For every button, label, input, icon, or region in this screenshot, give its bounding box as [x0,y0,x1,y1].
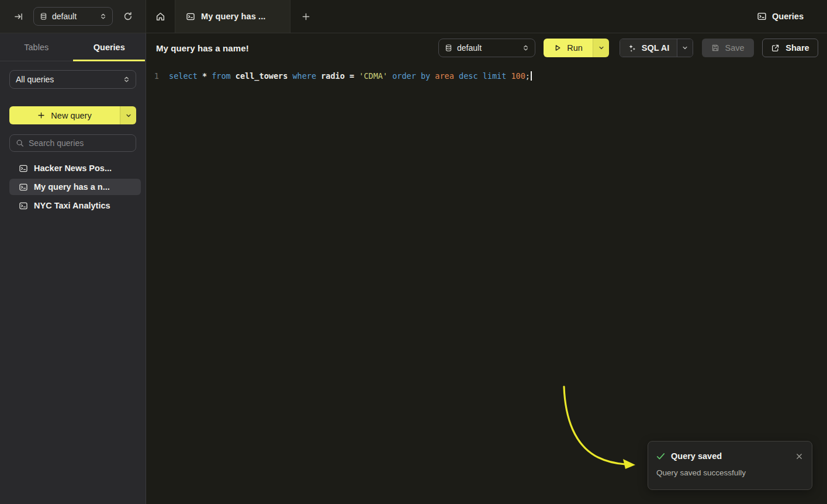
query-list-item-selected[interactable]: My query has a n... [9,179,141,195]
tab-strip: My query has ... [146,0,321,33]
terminal-icon [757,12,767,21]
database-selector[interactable]: default [33,7,113,26]
new-query-label: New query [51,111,91,120]
chevron-updown-icon [523,44,529,51]
toolbar-database-selector[interactable]: default [438,39,535,57]
chevron-updown-icon [100,13,106,20]
search-icon [16,139,24,147]
sparkles-icon [628,44,636,53]
collapse-sidebar-icon [14,12,23,21]
sql-ai-label: SQL AI [642,43,670,53]
toast-title: Query saved [671,451,789,461]
sql-ai-split-button: SQL AI [620,39,693,57]
text-cursor [531,71,532,81]
home-icon [155,12,165,22]
refresh-button[interactable] [121,9,135,23]
collapse-sidebar-button[interactable] [12,10,25,23]
toolbar-database-value: default [457,43,518,53]
active-tab-underline [73,60,146,61]
queries-filter-value: All queries [16,75,119,84]
new-query-dropdown-button[interactable] [120,106,136,124]
run-split-button: Run [544,39,609,57]
share-label: Share [786,43,809,53]
new-query-split-button: New query [9,106,136,124]
tab-tables[interactable]: Tables [0,33,73,61]
sql-editor[interactable]: 1 select * from cell_towers where radio … [146,62,827,82]
share-icon [771,44,780,53]
share-button[interactable]: Share [762,39,818,57]
check-icon [656,453,665,460]
line-number: 1 [146,70,169,82]
queries-filter-select[interactable]: All queries [9,70,136,89]
sidebar: Tables Queries All queries [0,33,146,504]
topbar-right: Queries [757,0,827,33]
query-list: Hacker News Pos... My query has a n... N… [9,160,141,214]
run-dropdown-button[interactable] [593,39,609,57]
search-box [9,134,136,152]
run-button[interactable]: Run [544,39,593,57]
chevron-down-icon [598,45,604,51]
tab-queries[interactable]: Queries [73,33,146,61]
toast-close-button[interactable] [795,452,804,461]
chevron-updown-icon [123,76,130,83]
new-query-button[interactable]: New query [9,106,120,124]
run-label: Run [567,43,583,53]
content-header: My query has a name! default [146,33,827,62]
queries-indicator-label: Queries [772,12,804,21]
database-icon [40,12,47,20]
save-icon [711,44,719,52]
topbar: default [0,0,827,33]
plus-icon [37,112,45,119]
terminal-icon [186,12,195,21]
save-button[interactable]: Save [702,39,754,57]
query-list-item[interactable]: Hacker News Pos... [9,160,141,176]
toast-query-saved: Query saved Query saved successfully [648,441,812,490]
play-icon [553,44,562,52]
tab-tables-label: Tables [24,43,49,52]
code-line-content: select * from cell_towers where radio = … [169,70,532,82]
query-item-label: NYC Taxi Analytics [34,201,110,210]
terminal-icon [19,164,28,173]
search-input[interactable] [29,138,130,148]
tab-queries-label: Queries [94,43,125,52]
queries-indicator[interactable]: Queries [757,12,804,21]
toast-message: Query saved successfully [656,468,804,477]
toast-header: Query saved [656,451,804,461]
plus-icon [302,12,310,21]
database-icon [445,44,452,52]
chevron-down-icon [126,113,132,119]
query-item-label: My query has a n... [34,182,110,192]
close-icon [796,453,802,460]
sql-ai-button[interactable]: SQL AI [620,39,677,57]
app-window: default [0,0,827,504]
refresh-icon [123,12,133,21]
database-selector-value: default [52,12,95,21]
terminal-icon [19,183,28,192]
save-label: Save [725,43,744,53]
chevron-down-icon [682,45,688,51]
query-title: My query has a name! [156,43,249,53]
main-content: My query has a name! default [146,33,827,504]
new-tab-button[interactable] [290,0,321,33]
topbar-left: default [0,0,146,33]
sidebar-tabs: Tables Queries [0,33,146,61]
query-list-item[interactable]: NYC Taxi Analytics [9,197,141,214]
tab-my-query[interactable]: My query has ... [175,0,290,33]
toolbar: default Run [438,39,818,57]
query-item-label: Hacker News Pos... [34,164,112,173]
tab-label: My query has ... [201,12,265,21]
sql-ai-dropdown-button[interactable] [677,39,693,57]
terminal-icon [19,201,28,210]
home-button[interactable] [146,0,175,33]
